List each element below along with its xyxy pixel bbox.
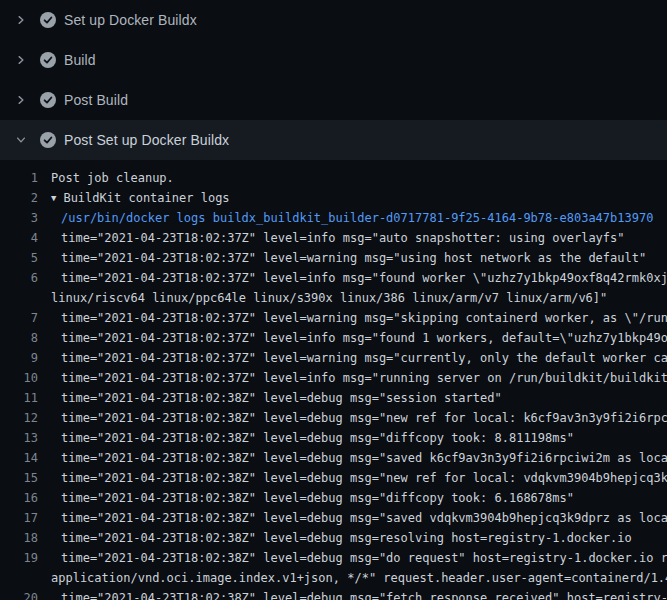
log-text: time="2021-04-23T18:02:38Z" level=debug … [61, 451, 667, 465]
log-line: 14 time="2021-04-23T18:02:38Z" level=deb… [0, 448, 667, 468]
log-text: time="2021-04-23T18:02:37Z" level=info m… [61, 331, 667, 345]
log-line: 17 time="2021-04-23T18:02:38Z" level=deb… [0, 508, 667, 528]
step-label: Set up Docker Buildx [64, 12, 197, 28]
line-number[interactable]: 9 [0, 351, 38, 365]
step-label: Post Build [64, 92, 128, 108]
group-collapse-triangle-icon[interactable]: ▼ [51, 193, 56, 203]
log-line: 1 Post job cleanup. [0, 168, 667, 188]
check-circle-icon [40, 132, 56, 148]
step-row-build[interactable]: Build [0, 40, 667, 80]
steps-list: Set up Docker Buildx Build Post Build [0, 0, 667, 160]
log-text: time="2021-04-23T18:02:37Z" level=info m… [61, 271, 667, 285]
line-number[interactable]: 3 [0, 211, 38, 225]
log-text: linux/riscv64 linux/ppc64le linux/s390x … [51, 291, 607, 305]
line-number[interactable]: 11 [0, 391, 38, 405]
step-row-post-build[interactable]: Post Build [0, 80, 667, 120]
step-label: Build [64, 52, 96, 68]
log-text: time="2021-04-23T18:02:38Z" level=debug … [61, 471, 667, 485]
log-text: time="2021-04-23T18:02:38Z" level=debug … [61, 431, 574, 445]
line-number[interactable]: 15 [0, 471, 38, 485]
check-circle-icon [40, 12, 56, 28]
log-line: 5 time="2021-04-23T18:02:37Z" level=warn… [0, 248, 667, 268]
log-line: 3 /usr/bin/docker logs buildx_buildkit_b… [0, 208, 667, 228]
log-line: 16 time="2021-04-23T18:02:38Z" level=deb… [0, 488, 667, 508]
log-line: 12 time="2021-04-23T18:02:38Z" level=deb… [0, 408, 667, 428]
log-text: time="2021-04-23T18:02:37Z" level=info m… [61, 371, 667, 385]
log-line: 15 time="2021-04-23T18:02:38Z" level=deb… [0, 468, 667, 488]
line-number[interactable]: 2 [0, 191, 38, 205]
log-text: time="2021-04-23T18:02:38Z" level=debug … [61, 491, 574, 505]
log-line: 18 time="2021-04-23T18:02:38Z" level=deb… [0, 528, 667, 548]
log-line: 13 time="2021-04-23T18:02:38Z" level=deb… [0, 428, 667, 448]
line-number[interactable]: 16 [0, 491, 38, 505]
log-line: application/vnd.oci.image.index.v1+json,… [0, 568, 667, 588]
line-number[interactable]: 4 [0, 231, 38, 245]
log-line: 4 time="2021-04-23T18:02:37Z" level=info… [0, 228, 667, 248]
log-text: time="2021-04-23T18:02:38Z" level=debug … [61, 551, 667, 565]
line-number[interactable]: 18 [0, 531, 38, 545]
line-number[interactable]: 5 [0, 251, 38, 265]
line-number[interactable]: 7 [0, 311, 38, 325]
workflow-log-viewer: Set up Docker Buildx Build Post Build [0, 0, 667, 600]
log-line: linux/riscv64 linux/ppc64le linux/s390x … [0, 288, 667, 308]
log-line: 6 time="2021-04-23T18:02:37Z" level=info… [0, 268, 667, 288]
log-line: 8 time="2021-04-23T18:02:37Z" level=info… [0, 328, 667, 348]
line-number[interactable]: 20 [0, 591, 38, 600]
log-line: 11 time="2021-04-23T18:02:38Z" level=deb… [0, 388, 667, 408]
line-number[interactable]: 6 [0, 271, 38, 285]
line-number[interactable]: 14 [0, 451, 38, 465]
log-text: time="2021-04-23T18:02:38Z" level=debug … [61, 391, 502, 405]
chevron-right-icon[interactable] [13, 92, 29, 108]
log-text: time="2021-04-23T18:02:38Z" level=debug … [61, 531, 632, 545]
log-line: 19 time="2021-04-23T18:02:38Z" level=deb… [0, 548, 667, 568]
log-text: BuildKit container logs [63, 191, 229, 205]
line-number[interactable]: 8 [0, 331, 38, 345]
log-line: 9 time="2021-04-23T18:02:37Z" level=warn… [0, 348, 667, 368]
log-text: time="2021-04-23T18:02:38Z" level=debug … [61, 591, 667, 600]
chevron-right-icon[interactable] [13, 12, 29, 28]
log-text: /usr/bin/docker logs buildx_buildkit_bui… [61, 211, 653, 225]
line-number[interactable]: 13 [0, 431, 38, 445]
chevron-down-icon[interactable] [13, 132, 29, 148]
chevron-right-icon[interactable] [13, 52, 29, 68]
log-text: time="2021-04-23T18:02:37Z" level=warnin… [61, 251, 646, 265]
line-number[interactable]: 17 [0, 511, 38, 525]
line-number[interactable]: 10 [0, 371, 38, 385]
log-line: 7 time="2021-04-23T18:02:37Z" level=warn… [0, 308, 667, 328]
log-line: 10 time="2021-04-23T18:02:37Z" level=inf… [0, 368, 667, 388]
log-line: 2 ▼ BuildKit container logs [0, 188, 667, 208]
step-row-post-set-up-docker-buildx[interactable]: Post Set up Docker Buildx [0, 120, 667, 160]
line-number[interactable]: 1 [0, 171, 38, 185]
log-panel[interactable]: 1 Post job cleanup. 2 ▼ BuildKit contain… [0, 160, 667, 600]
step-row-set-up-docker-buildx[interactable]: Set up Docker Buildx [0, 0, 667, 40]
line-number[interactable]: 12 [0, 411, 38, 425]
check-circle-icon [40, 92, 56, 108]
log-text: application/vnd.oci.image.index.v1+json,… [51, 571, 667, 585]
log-text: time="2021-04-23T18:02:37Z" level=warnin… [61, 311, 667, 325]
log-text: time="2021-04-23T18:02:38Z" level=debug … [61, 411, 667, 425]
log-text: time="2021-04-23T18:02:37Z" level=warnin… [61, 351, 667, 365]
log-line: 20 time="2021-04-23T18:02:38Z" level=deb… [0, 588, 667, 600]
log-text: time="2021-04-23T18:02:38Z" level=debug … [61, 511, 667, 525]
check-circle-icon [40, 52, 56, 68]
line-number[interactable]: 19 [0, 551, 38, 565]
log-text: Post job cleanup. [51, 171, 174, 185]
step-label: Post Set up Docker Buildx [64, 132, 229, 148]
log-text: time="2021-04-23T18:02:37Z" level=info m… [61, 231, 625, 245]
